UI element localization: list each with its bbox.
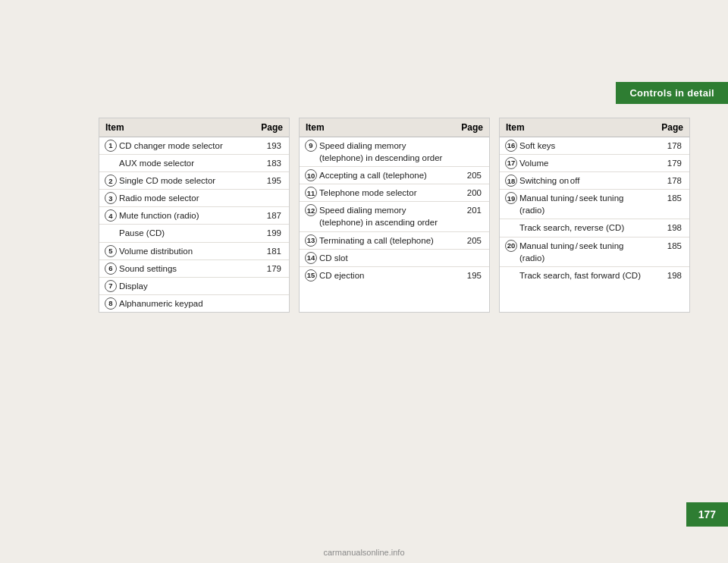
table3-page-header: Page — [655, 118, 689, 137]
item-text: Manual tuning / seek tuning (radio) — [519, 240, 650, 264]
page-cell: 205 — [455, 167, 489, 184]
table-1: Item Page 1CD changer mode selector193AU… — [99, 118, 290, 313]
table-row: 16Soft keys178 — [500, 137, 689, 155]
item-cell: 10Accepting a call (telephone) — [300, 167, 455, 184]
table-row: 2Single CD mode selector195 — [99, 172, 289, 190]
page-cell: 198 — [655, 266, 689, 284]
page-cell: 185 — [655, 237, 689, 266]
page-cell: 205 — [455, 231, 489, 249]
table-row: 1CD changer mode selector193 — [99, 137, 289, 155]
page-cell: 195 — [455, 266, 489, 284]
item-text: Track search, fast forward (CD) — [519, 269, 650, 282]
item-number: 1 — [105, 140, 117, 152]
page-cell: 198 — [655, 219, 689, 237]
table-row: Pause (CD)199 — [99, 225, 289, 242]
page-cell — [455, 137, 489, 167]
item-cell: 3Radio mode selector — [99, 190, 249, 207]
item-text: AUX mode selector — [119, 157, 244, 169]
item-text: Single CD mode selector — [119, 175, 244, 187]
item-number: 7 — [105, 280, 117, 292]
item-text: Soft keys — [519, 140, 650, 152]
item-number: 14 — [305, 252, 317, 264]
item-text: Sound settings — [119, 263, 244, 275]
page-cell — [249, 294, 289, 312]
item-number: 5 — [105, 245, 117, 257]
item-number: 11 — [305, 187, 317, 199]
item-text: Display — [119, 280, 244, 292]
item-cell: 8Alphanumeric keypad — [99, 294, 249, 312]
page-cell — [249, 190, 289, 207]
item-number: 20 — [505, 240, 517, 252]
item-cell: 4Mute function (radio) — [99, 207, 249, 225]
table-row: 11Telephone mode selector200 — [300, 184, 489, 202]
controls-banner: Controls in detail — [616, 82, 728, 104]
item-number: 12 — [305, 204, 317, 216]
page-cell: 187 — [249, 207, 289, 225]
item-text: Telephone mode selector — [319, 187, 450, 199]
table3-item-header: Item — [500, 118, 655, 137]
item-number: 8 — [105, 297, 117, 310]
item-cell: 17Volume — [500, 155, 655, 172]
item-text: Terminating a call (telephone) — [319, 234, 450, 247]
page-cell: 181 — [249, 242, 289, 259]
table-row: 17Volume179 — [500, 155, 689, 172]
item-number: 15 — [305, 269, 317, 282]
table-2: Item Page 9Speed dialing memory (telepho… — [299, 118, 490, 313]
page-cell — [455, 249, 489, 266]
page-cell: 201 — [455, 202, 489, 231]
table-row: 3Radio mode selector — [99, 190, 289, 207]
item-cell: 16Soft keys — [500, 137, 655, 155]
page-cell: 199 — [249, 225, 289, 242]
table-row: 9Speed dialing memory (telephone) in des… — [300, 137, 489, 167]
table1-item-header: Item — [99, 118, 249, 137]
item-text: Alphanumeric keypad — [119, 297, 244, 310]
item-number: 4 — [105, 209, 117, 222]
table-row: 12Speed dialing memory (telephone) in as… — [300, 202, 489, 231]
item-cell: 12Speed dialing memory (telephone) in as… — [300, 202, 455, 231]
item-text: Speed dialing memory (telephone) in asce… — [319, 204, 450, 228]
item-cell: 13Terminating a call (telephone) — [300, 231, 455, 249]
item-text: Manual tuning / seek tuning (radio) — [519, 192, 650, 216]
table-row: 6Sound settings179 — [99, 259, 289, 277]
item-cell: 9Speed dialing memory (telephone) in des… — [300, 137, 455, 167]
item-number: 3 — [105, 192, 117, 204]
item-cell: 5Volume distribution — [99, 242, 249, 259]
page-cell: 200 — [455, 184, 489, 202]
item-cell: 18Switching on off — [500, 172, 655, 190]
item-text: CD slot — [319, 252, 450, 264]
item-text: Volume — [519, 157, 650, 169]
page-cell — [249, 277, 289, 294]
page-number-badge: 177 — [686, 502, 728, 527]
page-cell: 179 — [249, 259, 289, 277]
table-row: 15CD ejection195 — [300, 266, 489, 284]
page-cell: 179 — [655, 155, 689, 172]
table-row: 14CD slot — [300, 249, 489, 266]
tables-container: Item Page 1CD changer mode selector193AU… — [99, 118, 690, 313]
table-row: 5Volume distribution181 — [99, 242, 289, 259]
item-cell: Pause (CD) — [99, 225, 249, 242]
table-row: Track search, reverse (CD)198 — [500, 219, 689, 237]
item-text: Mute function (radio) — [119, 209, 244, 222]
item-cell: Track search, reverse (CD) — [500, 219, 655, 237]
table-3: Item Page 16Soft keys17817Volume17918Swi… — [499, 118, 690, 313]
table-row: Track search, fast forward (CD)198 — [500, 266, 689, 284]
item-number: 2 — [105, 175, 117, 187]
item-cell: 19Manual tuning / seek tuning (radio) — [500, 190, 655, 219]
item-cell: 20Manual tuning / seek tuning (radio) — [500, 237, 655, 266]
page-cell: 178 — [655, 172, 689, 190]
page-cell: 183 — [249, 155, 289, 172]
item-cell: 2Single CD mode selector — [99, 172, 249, 190]
item-text: Speed dialing memory (telephone) in desc… — [319, 140, 450, 164]
item-number: 18 — [505, 175, 517, 187]
item-text: Track search, reverse (CD) — [519, 222, 650, 234]
table-row: 13Terminating a call (telephone)205 — [300, 231, 489, 249]
item-cell: 1CD changer mode selector — [99, 137, 249, 155]
item-number: 9 — [305, 140, 317, 152]
page-cell: 195 — [249, 172, 289, 190]
item-text: CD ejection — [319, 269, 450, 282]
item-cell: 15CD ejection — [300, 266, 455, 284]
watermark: carmanualsonline.info — [323, 548, 404, 557]
item-cell: AUX mode selector — [99, 155, 249, 172]
table-row: AUX mode selector183 — [99, 155, 289, 172]
item-cell: 14CD slot — [300, 249, 455, 266]
